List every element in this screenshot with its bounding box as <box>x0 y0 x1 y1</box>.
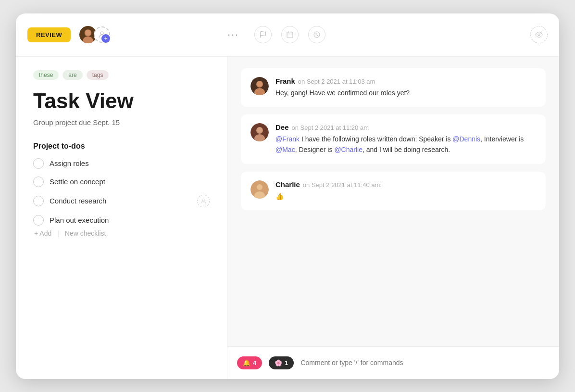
comment-author: Dee <box>275 123 289 131</box>
right-panel: Frank on Sept 2 2021 at 11:03 am Hey, ga… <box>227 57 559 379</box>
top-bar: REVIEW + ··· <box>16 13 559 57</box>
comment-card: Charlie on Sept 2 2021 at 11:40 am: 👍 <box>241 172 546 211</box>
svg-point-4 <box>100 32 103 35</box>
assign-icon[interactable] <box>197 195 210 207</box>
section-title: Project to-dos <box>33 142 210 151</box>
checklist-item: Settle on concept <box>33 177 210 187</box>
comment-author: Charlie <box>275 180 300 189</box>
comment-text: 👍 <box>275 191 536 202</box>
checklist-item: Plan out execution <box>33 215 210 226</box>
new-checklist-button[interactable]: New checklist <box>65 229 106 237</box>
checklist-item: Assign roles <box>33 158 210 169</box>
svg-point-16 <box>257 81 262 86</box>
comment-card: Frank on Sept 2 2021 at 11:03 am Hey, ga… <box>241 68 546 107</box>
comment-time: on Sept 2 2021 at 11:40 am: <box>303 181 382 189</box>
checklist-label: Plan out execution <box>50 216 210 224</box>
tags-row: these are tags <box>33 70 210 80</box>
calendar-button[interactable] <box>281 26 299 43</box>
eye-button[interactable] <box>530 26 548 43</box>
checklist: Assign roles Settle on concept Conduct r… <box>33 158 210 226</box>
tag-tags: tags <box>87 70 109 80</box>
comment-header: Charlie on Sept 2 2021 at 11:40 am: <box>275 180 536 189</box>
avatar <box>250 123 269 141</box>
comment-header: Frank on Sept 2 2021 at 11:03 am <box>275 77 536 85</box>
comment-text: Hey, gang! Have we confirmed our roles y… <box>275 88 536 99</box>
review-badge: REVIEW <box>27 27 71 42</box>
svg-rect-6 <box>287 32 293 38</box>
mention-frank: @Frank <box>275 135 300 143</box>
more-options-button[interactable]: ··· <box>227 28 239 41</box>
comment-header: Dee on Sept 2 2021 at 11:20 am <box>275 123 536 131</box>
svg-point-11 <box>538 34 540 36</box>
notification-count-red: 4 <box>253 359 256 367</box>
add-button[interactable]: + Add <box>34 229 51 237</box>
svg-point-22 <box>257 184 262 190</box>
check-circle[interactable] <box>33 196 44 206</box>
right-toolbar <box>239 26 548 43</box>
checklist-label: Assign roles <box>50 159 210 167</box>
left-panel: these are tags Task View Group project d… <box>16 57 227 379</box>
page-title: Task View <box>33 89 210 113</box>
svg-point-12 <box>202 199 205 201</box>
main-content: these are tags Task View Group project d… <box>16 57 559 379</box>
check-circle[interactable] <box>33 158 44 169</box>
clock-button[interactable] <box>308 26 325 43</box>
comment-card: Dee on Sept 2 2021 at 11:20 am @Frank I … <box>241 114 546 164</box>
comment-content: Charlie on Sept 2 2021 at 11:40 am: 👍 <box>275 180 536 202</box>
notification-icon-dark: 🌸 <box>275 359 282 367</box>
flag-button[interactable] <box>254 26 272 43</box>
svg-point-3 <box>86 30 91 35</box>
notification-icon-red: 🔔 <box>243 359 250 367</box>
tag-these: these <box>33 70 59 80</box>
checklist-label: Conduct research <box>50 197 191 205</box>
comment-content: Frank on Sept 2 2021 at 11:03 am Hey, ga… <box>275 77 536 99</box>
left-toolbar: REVIEW + ··· <box>27 25 239 44</box>
add-row: + Add | New checklist <box>33 229 210 237</box>
notification-count-dark: 1 <box>285 359 288 367</box>
comment-input-bar: 🔔 4 🌸 1 <box>227 346 559 379</box>
checklist-label: Settle on concept <box>50 177 210 186</box>
mention-dennis: @Dennis <box>452 135 480 143</box>
check-circle[interactable] <box>33 215 44 226</box>
comment-input[interactable] <box>300 359 550 367</box>
comments-area: Frank on Sept 2 2021 at 11:03 am Hey, ga… <box>227 57 559 346</box>
tag-are: are <box>62 70 82 80</box>
comment-time: on Sept 2 2021 at 11:20 am <box>292 124 369 131</box>
app-container: REVIEW + ··· <box>16 13 559 379</box>
notification-badge-red[interactable]: 🔔 4 <box>237 356 262 369</box>
divider: | <box>57 229 59 237</box>
subtitle: Group project due Sept. 15 <box>33 118 210 126</box>
comment-text: @Frank I have the following roles writte… <box>275 134 536 155</box>
plus-icon: + <box>101 34 110 43</box>
check-circle[interactable] <box>33 177 44 187</box>
svg-point-20 <box>257 127 262 133</box>
avatar <box>250 77 269 95</box>
comment-content: Dee on Sept 2 2021 at 11:20 am @Frank I … <box>275 123 536 155</box>
notification-badge-dark[interactable]: 🌸 1 <box>269 356 294 369</box>
comment-time: on Sept 2 2021 at 11:03 am <box>298 78 375 85</box>
comment-author: Frank <box>275 77 295 85</box>
mention-mac: @Mac <box>275 146 295 153</box>
avatar <box>250 180 269 199</box>
avatar-group: + <box>78 25 110 44</box>
add-member-button[interactable]: + <box>94 26 110 43</box>
mention-charlie: @Charlie <box>334 146 362 153</box>
checklist-item: Conduct research <box>33 195 210 207</box>
